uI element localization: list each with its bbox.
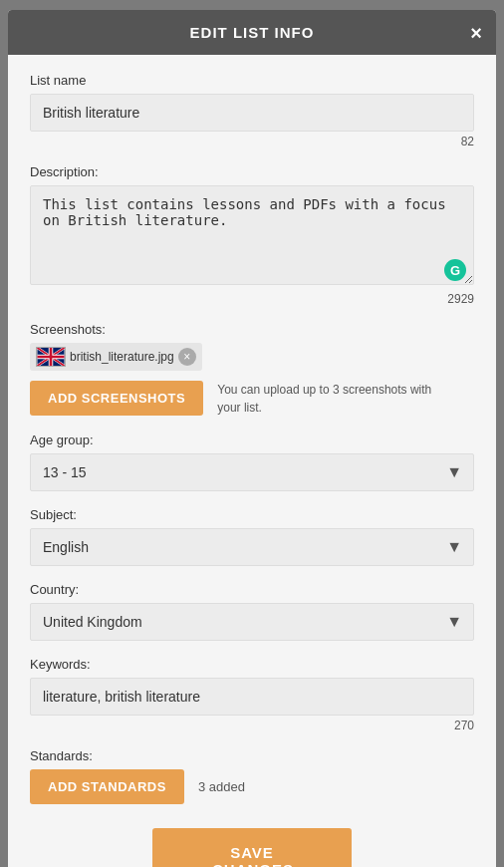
close-button[interactable]: × [470,21,482,44]
standards-group: Standards: ADD STANDARDS 3 added [30,748,474,804]
age-group-select[interactable]: 13 - 15 6 - 9 10 - 12 16 - 18 [30,453,474,491]
list-name-input[interactable] [30,94,474,132]
subject-label: Subject: [30,507,474,522]
age-group-label: Age group: [30,433,474,447]
standards-added-count: 3 added [198,779,245,794]
save-changes-button[interactable]: SAVE CHANGES [152,828,352,867]
country-select-wrap: United Kingdom United States Australia C… [30,603,474,641]
description-char-count: 2929 [30,292,474,306]
subject-select[interactable]: English Math Science History [30,528,474,566]
keywords-group: Keywords: 270 [30,657,474,732]
description-label: Description: [30,164,474,179]
screenshot-hint: You can upload up to 3 screenshots with … [217,381,436,417]
country-group: Country: United Kingdom United States Au… [30,582,474,641]
keywords-char-count: 270 [30,719,474,732]
age-group-group: Age group: 13 - 15 6 - 9 10 - 12 16 - 18… [30,433,474,491]
description-group: Description: This list contains lessons … [30,164,474,306]
keywords-input[interactable] [30,678,474,716]
screenshot-filename: british_literature.jpg [70,350,174,364]
screenshots-actions: ADD SCREENSHOTS You can upload up to 3 s… [30,381,474,417]
subject-group: Subject: English Math Science History ▼ [30,507,474,566]
modal-header: EDIT LIST INFO × [8,10,496,55]
description-input[interactable]: This list contains lessons and PDFs with… [30,185,474,285]
list-name-char-count: 82 [30,135,474,148]
screenshots-row: british_literature.jpg × [30,343,474,371]
screenshots-group: Screenshots: british_litera [30,322,474,417]
grammarly-icon: G [444,259,466,281]
uk-flag-icon [36,347,66,367]
add-standards-button[interactable]: ADD STANDARDS [30,769,184,804]
country-label: Country: [30,582,474,597]
list-name-group: List name 82 [30,73,474,148]
add-screenshots-button[interactable]: ADD SCREENSHOTS [30,381,203,416]
screenshots-label: Screenshots: [30,322,474,337]
screenshot-remove-button[interactable]: × [178,348,196,366]
description-textarea-wrap: This list contains lessons and PDFs with… [30,185,474,289]
modal: EDIT LIST INFO × List name 82 Descriptio… [8,10,496,867]
overlay: EDIT LIST INFO × List name 82 Descriptio… [0,0,504,867]
list-name-label: List name [30,73,474,88]
country-select[interactable]: United Kingdom United States Australia C… [30,603,474,641]
modal-body: List name 82 Description: This list cont… [8,55,496,867]
subject-select-wrap: English Math Science History ▼ [30,528,474,566]
age-group-select-wrap: 13 - 15 6 - 9 10 - 12 16 - 18 ▼ [30,453,474,491]
screenshot-item: british_literature.jpg × [30,343,202,371]
save-button-wrap: SAVE CHANGES [30,828,474,867]
modal-title: EDIT LIST INFO [190,24,315,41]
standards-row: ADD STANDARDS 3 added [30,769,474,804]
keywords-label: Keywords: [30,657,474,672]
standards-label: Standards: [30,748,474,763]
